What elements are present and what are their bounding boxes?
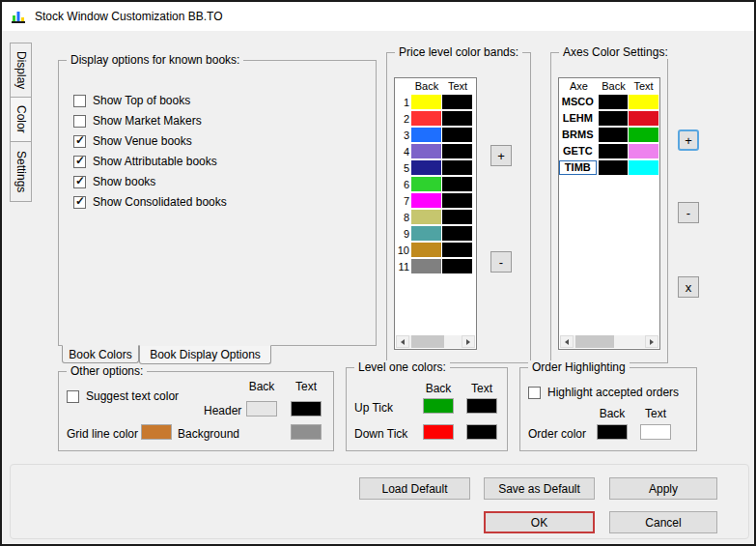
price-band-row[interactable]: 10 <box>395 242 476 258</box>
axes-add-button[interactable]: + <box>678 129 699 151</box>
checkbox-suggest-text-color[interactable] <box>67 390 79 403</box>
save-as-default-button[interactable]: Save as Default <box>484 477 595 500</box>
axe-name[interactable]: BRMS <box>559 128 597 142</box>
axe-text-swatch[interactable] <box>629 95 658 109</box>
checkbox-highlight-accepted-orders[interactable] <box>528 387 541 399</box>
price-band-back-swatch[interactable] <box>411 128 441 142</box>
axes-remove-button[interactable]: - <box>678 202 699 223</box>
apply-button[interactable]: Apply <box>609 477 717 500</box>
axe-name[interactable]: LEHM <box>559 111 597 126</box>
price-band-text-swatch[interactable] <box>442 128 472 142</box>
checkbox-row-show-attributable-books[interactable]: Show Attributable books <box>73 155 227 168</box>
price-band-text-swatch[interactable] <box>442 111 472 126</box>
price-band-row[interactable]: 7 <box>395 192 476 209</box>
axe-text-swatch[interactable] <box>629 128 658 142</box>
axe-back-swatch[interactable] <box>599 144 629 158</box>
axes-color-table[interactable]: Axe Back Text MSCO LEHM BRMS GETC TIMB <box>558 77 660 350</box>
axe-text-swatch[interactable] <box>629 144 658 158</box>
down-tick-back-swatch[interactable] <box>423 424 454 440</box>
checkbox-show-books[interactable] <box>73 176 86 188</box>
scroll-thumb[interactable] <box>575 335 614 348</box>
tab-settings[interactable]: Settings <box>10 141 32 202</box>
axe-back-swatch[interactable] <box>599 111 629 126</box>
price-band-text-swatch[interactable] <box>442 259 472 273</box>
checkbox-row-show-top-of-books[interactable]: Show Top of books <box>73 94 227 107</box>
price-band-back-swatch[interactable] <box>411 95 441 109</box>
price-band-back-swatch[interactable] <box>411 144 441 158</box>
checkbox-row-highlight-accepted-orders[interactable]: Highlight accepted orders <box>528 386 679 399</box>
price-band-text-swatch[interactable] <box>442 95 472 109</box>
price-band-row[interactable]: 2 <box>395 110 476 127</box>
axe-back-swatch[interactable] <box>599 95 629 109</box>
cancel-button[interactable]: Cancel <box>609 511 717 533</box>
grid-line-color-swatch[interactable] <box>141 424 172 440</box>
price-band-back-swatch[interactable] <box>411 226 441 241</box>
order-text-swatch[interactable] <box>640 424 671 440</box>
scroll-track[interactable] <box>409 335 462 348</box>
axe-text-swatch[interactable] <box>629 160 658 175</box>
price-band-text-swatch[interactable] <box>442 144 472 158</box>
checkbox-row-suggest-text-color[interactable]: Suggest text color <box>67 389 179 403</box>
axe-name[interactable]: MSCO <box>559 95 597 109</box>
price-band-text-swatch[interactable] <box>442 226 472 241</box>
checkbox-row-show-consolidated-books[interactable]: Show Consolidated books <box>73 195 227 209</box>
price-band-text-swatch[interactable] <box>442 243 472 257</box>
header-text-swatch[interactable] <box>291 401 322 417</box>
axes-row[interactable]: MSCO <box>559 94 659 110</box>
checkbox-show-attributable-books[interactable] <box>73 156 86 168</box>
axe-name[interactable]: TIMB <box>559 160 597 175</box>
price-band-text-swatch[interactable] <box>442 210 472 224</box>
price-band-add-button[interactable]: + <box>490 145 512 166</box>
ok-button[interactable]: OK <box>484 511 595 533</box>
price-band-text-swatch[interactable] <box>442 177 472 191</box>
price-bands-hscrollbar[interactable] <box>396 335 475 348</box>
up-tick-text-swatch[interactable] <box>466 398 497 414</box>
price-band-text-swatch[interactable] <box>442 160 472 175</box>
axes-row[interactable]: BRMS <box>559 127 659 143</box>
scroll-left-arrow-icon[interactable] <box>560 335 574 348</box>
order-back-swatch[interactable] <box>597 424 628 440</box>
axes-hscrollbar[interactable] <box>560 335 658 348</box>
tab-display[interactable]: Display <box>10 43 32 98</box>
tab-book-colors[interactable]: Book Colors <box>62 345 139 363</box>
down-tick-text-swatch[interactable] <box>466 424 497 440</box>
axe-back-swatch[interactable] <box>599 160 629 175</box>
scroll-right-arrow-icon[interactable] <box>462 335 475 348</box>
tab-color[interactable]: Color <box>10 97 32 142</box>
price-band-row[interactable]: 4 <box>395 143 476 159</box>
price-band-back-swatch[interactable] <box>411 177 441 191</box>
price-band-back-swatch[interactable] <box>411 111 441 126</box>
checkbox-row-show-books[interactable]: Show books <box>73 175 227 188</box>
axes-row[interactable]: TIMB <box>559 159 659 176</box>
scroll-track[interactable] <box>574 335 645 348</box>
tab-book-display-options[interactable]: Book Display Options <box>139 345 271 364</box>
scroll-thumb[interactable] <box>411 335 444 348</box>
price-band-remove-button[interactable]: - <box>490 251 512 273</box>
price-band-back-swatch[interactable] <box>411 160 441 175</box>
price-band-text-swatch[interactable] <box>442 193 472 208</box>
price-band-row[interactable]: 3 <box>395 127 476 143</box>
header-back-swatch[interactable] <box>246 401 277 417</box>
price-band-back-swatch[interactable] <box>411 193 441 208</box>
axes-delete-button[interactable]: x <box>678 276 699 298</box>
price-band-row[interactable]: 1 <box>395 94 476 110</box>
checkbox-show-consolidated-books[interactable] <box>73 196 86 209</box>
scroll-right-arrow-icon[interactable] <box>645 335 658 348</box>
load-default-button[interactable]: Load Default <box>359 477 470 500</box>
checkbox-row-show-venue-books[interactable]: Show Venue books <box>73 134 227 148</box>
axe-back-swatch[interactable] <box>599 128 629 142</box>
price-band-back-swatch[interactable] <box>411 210 441 224</box>
checkbox-show-market-makers[interactable] <box>73 115 86 128</box>
price-band-back-swatch[interactable] <box>411 243 441 257</box>
price-band-row[interactable]: 9 <box>395 225 476 242</box>
price-band-row[interactable]: 11 <box>395 258 476 274</box>
price-band-back-swatch[interactable] <box>411 259 441 273</box>
checkbox-show-top-of-books[interactable] <box>73 95 86 107</box>
checkbox-show-venue-books[interactable] <box>73 135 86 148</box>
checkbox-row-show-market-makers[interactable]: Show Market Makers <box>73 114 227 128</box>
background-color-swatch[interactable] <box>291 424 322 440</box>
price-bands-table[interactable]: Back Text 1 2 3 4 5 6 <box>394 77 477 350</box>
axe-name[interactable]: GETC <box>559 144 597 158</box>
up-tick-back-swatch[interactable] <box>423 398 454 414</box>
axe-text-swatch[interactable] <box>629 111 658 126</box>
